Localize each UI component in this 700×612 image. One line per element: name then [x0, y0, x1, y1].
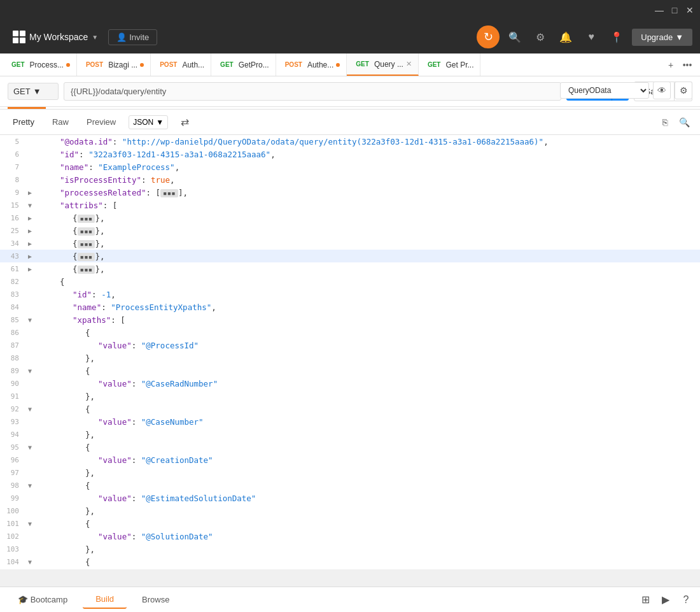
json-line-83: 83 "id": -1, — [0, 288, 700, 301]
top-nav: My Workspace ▼ 👤 Invite ↻ 🔍 ⚙ 🔔 ♥ 📍 Upgr… — [0, 20, 700, 53]
eye-button[interactable]: 👁 — [653, 82, 671, 99]
json-line-6: 6 "id": "322a3f03-12d1-4315-a3a1-068a221… — [0, 148, 700, 160]
tab-3[interactable]: POST Auth... — [151, 53, 211, 76]
tab-7[interactable]: GET Get Pr... — [419, 53, 481, 76]
method-select[interactable]: GET ▼ — [8, 83, 59, 100]
settings-button[interactable]: ⚙ — [530, 27, 550, 47]
search-nav-button[interactable]: 🔍 — [505, 27, 525, 47]
eye-icon: 👁 — [657, 85, 666, 96]
add-tab-button[interactable]: + — [663, 57, 678, 73]
runner-button[interactable]: ▶ — [657, 591, 675, 609]
tab-5-method: POST — [283, 60, 305, 69]
json-line-92: 92 ▼ { — [0, 402, 700, 415]
upgrade-button[interactable]: Upgrade ▼ — [632, 29, 692, 46]
minimize-button[interactable]: — — [654, 5, 664, 15]
tab-5-dot — [336, 63, 340, 67]
more-tabs-button[interactable]: ••• — [680, 57, 695, 73]
tab-6[interactable]: GET Query ... ✕ — [347, 53, 419, 76]
json-line-94: 94 }, — [0, 428, 700, 441]
json-line-100: 100 }, — [0, 504, 700, 517]
browse-tab[interactable]: Browse — [129, 591, 182, 608]
active-tab-indicator — [8, 107, 46, 109]
tab-3-label: Auth... — [182, 60, 204, 69]
env-selector[interactable]: QueryOData — [560, 82, 649, 99]
json-line-102: 102 "value": "@SolutionDate" — [0, 530, 700, 543]
json-line-9: 9 ▶ "processesRelated": [▪▪▪], — [0, 186, 700, 199]
tab-2-dot — [140, 63, 144, 67]
method-chevron-icon: ▼ — [33, 87, 41, 96]
tabs-bar: GET Process... POST Bizagi ... POST Auth… — [0, 53, 700, 76]
settings-icon: ⚙ — [536, 31, 545, 43]
json-viewer[interactable]: 5 "@odata.id": "http://wp-danielpd/Query… — [0, 135, 700, 569]
tab-5[interactable]: POST Authe... — [276, 53, 347, 76]
heart-icon: ♥ — [589, 31, 595, 43]
preview-tab[interactable]: Preview — [81, 115, 121, 129]
json-line-25: 25 ▶ {▪▪▪}, — [0, 224, 700, 237]
json-line-99: 99 "value": "@EstimatedSolutionDate" — [0, 492, 700, 504]
bottom-bar: 🎓 Bootcamp Build Browse ⊞ ▶ ? — [0, 587, 700, 612]
invite-icon: 👤 — [116, 32, 127, 42]
upgrade-chevron-icon: ▼ — [675, 32, 683, 42]
search-nav-icon: 🔍 — [508, 31, 521, 43]
help-icon: ? — [683, 594, 689, 606]
json-line-16: 16 ▶ {▪▪▪}, — [0, 211, 700, 224]
heart-button[interactable]: ♥ — [581, 27, 601, 47]
tab-6-close-button[interactable]: ✕ — [406, 60, 412, 68]
search-response-button[interactable]: 🔍 — [676, 114, 692, 131]
pretty-tab[interactable]: Pretty — [8, 115, 39, 129]
format-chevron-icon: ▼ — [156, 118, 164, 127]
close-button[interactable]: ✕ — [685, 5, 695, 15]
notification-icon: 🔔 — [559, 31, 572, 43]
runner-icon: ▶ — [662, 594, 669, 606]
tab-actions: + ••• — [661, 57, 697, 73]
invite-button[interactable]: 👤 Invite — [108, 29, 157, 45]
url-input[interactable] — [64, 82, 561, 101]
json-line-84: 84 "name": "ProcessEntityXpaths", — [0, 301, 700, 313]
tab-2[interactable]: POST Bizagi ... — [77, 53, 151, 76]
tab-4-method: GET — [218, 60, 236, 69]
location-icon: 📍 — [610, 31, 623, 43]
tab-7-label: Get Pr... — [445, 60, 473, 69]
env-toolbar: QueryOData 👁 ⚙ — [560, 82, 692, 99]
format-icon-btn[interactable]: ⇄ — [176, 113, 194, 131]
json-line-89: 89 ▼ { — [0, 364, 700, 377]
json-line-97: 97 }, — [0, 466, 700, 479]
json-line-88: 88 }, — [0, 352, 700, 364]
address-bar-area: GET ▼ Send ▼ Save ▼ QueryOData 👁 ⚙ — [0, 76, 700, 110]
build-tab[interactable]: Build — [83, 590, 127, 609]
tab-1[interactable]: GET Process... — [3, 53, 77, 76]
json-line-82: 82 { — [0, 275, 700, 288]
json-line-87: 87 "value": "@ProcessId" — [0, 339, 700, 352]
sync-button[interactable]: ↻ — [477, 25, 500, 48]
maximize-button[interactable]: □ — [669, 5, 680, 15]
tab-6-method: GET — [353, 60, 372, 68]
copy-response-button[interactable]: ⎘ — [657, 114, 673, 131]
json-line-93: 93 "value": "@CaseNumber" — [0, 415, 700, 428]
grid-layout-button[interactable]: ⊞ — [636, 591, 654, 609]
method-value: GET — [13, 87, 31, 96]
raw-tab[interactable]: Raw — [47, 115, 74, 129]
tab-3-method: POST — [157, 60, 179, 69]
json-line-105: 105 "value": "@ProcessName" — [0, 568, 700, 569]
search-icon: 🔍 — [679, 117, 690, 127]
workspace-icon — [13, 31, 25, 43]
json-line-34: 34 ▶ {▪▪▪}, — [0, 237, 700, 250]
help-button[interactable]: ? — [677, 591, 695, 609]
tab-5-label: Authe... — [307, 60, 333, 69]
location-button[interactable]: 📍 — [606, 27, 627, 47]
copy-icon: ⎘ — [662, 117, 668, 127]
tab-4[interactable]: GET GetPro... — [211, 53, 276, 76]
json-line-8: 8 "isProcessEntity": true, — [0, 173, 700, 186]
json-line-95: 95 ▼ { — [0, 441, 700, 453]
notification-button[interactable]: 🔔 — [556, 27, 576, 47]
settings-env-button[interactable]: ⚙ — [675, 82, 692, 99]
json-line-61: 61 ▶ {▪▪▪}, — [0, 262, 700, 275]
json-line-43: 43 ▶ {▪▪▪}, — [0, 250, 700, 262]
tab-1-method: GET — [9, 60, 27, 69]
workspace-chevron-icon: ▼ — [92, 34, 98, 41]
bootcamp-tab[interactable]: 🎓 Bootcamp — [5, 591, 80, 608]
workspace-label: My Workspace — [29, 32, 88, 42]
json-line-91: 91 }, — [0, 390, 700, 402]
format-selector[interactable]: JSON ▼ — [129, 115, 168, 129]
workspace-button[interactable]: My Workspace ▼ — [8, 28, 103, 46]
